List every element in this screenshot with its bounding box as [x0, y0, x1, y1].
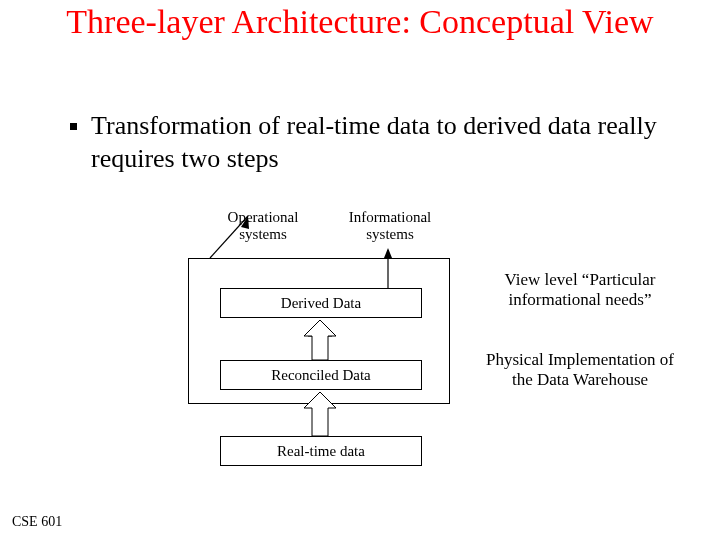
bullet-list: Transformation of real-time data to deri…: [70, 110, 670, 175]
box-realtime-data: Real-time data: [220, 436, 422, 466]
bullet-text: Transformation of real-time data to deri…: [91, 110, 670, 175]
box-derived-data: Derived Data: [220, 288, 422, 318]
slide-title: Three-layer Architecture: Conceptual Vie…: [0, 2, 720, 41]
slide-footer: CSE 601: [12, 514, 62, 530]
bullet-dot-icon: [70, 123, 77, 130]
label-physical-impl: Physical Implementation of the Data Ware…: [480, 350, 680, 391]
label-informational-systems: Informational systems: [340, 209, 440, 242]
box-reconciled-data: Reconciled Data: [220, 360, 422, 390]
bullet-item: Transformation of real-time data to deri…: [70, 110, 670, 175]
label-operational-systems: Operational systems: [218, 209, 308, 242]
label-view-level: View level “Particular informational nee…: [480, 270, 680, 311]
svg-marker-3: [384, 248, 392, 258]
